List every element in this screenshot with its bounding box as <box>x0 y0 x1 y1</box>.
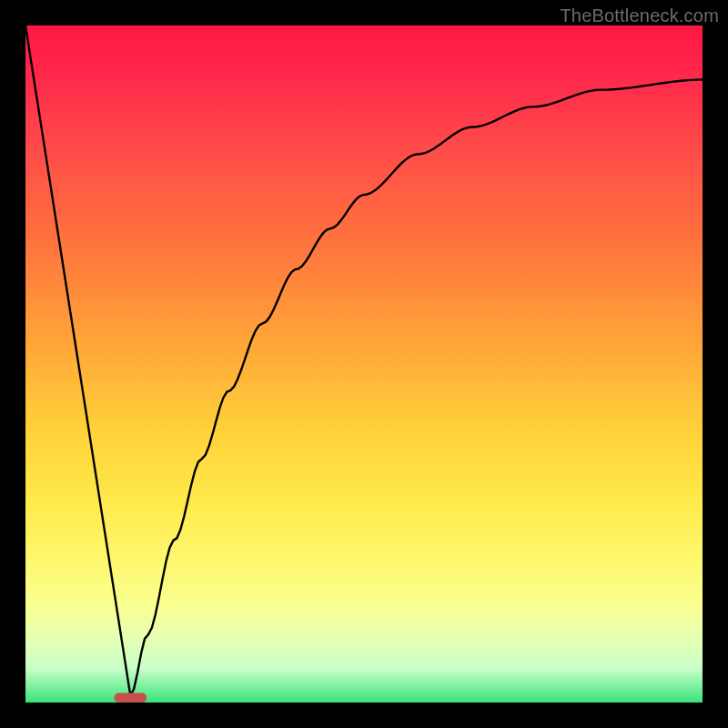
minimum-marker <box>114 693 147 703</box>
plot-area <box>25 25 703 703</box>
watermark-text: TheBottleneck.com <box>560 5 719 26</box>
curve-layer <box>25 25 703 703</box>
chart-frame: TheBottleneck.com <box>0 0 728 728</box>
right-curve-branch <box>130 80 703 696</box>
left-v-branch <box>25 25 130 696</box>
